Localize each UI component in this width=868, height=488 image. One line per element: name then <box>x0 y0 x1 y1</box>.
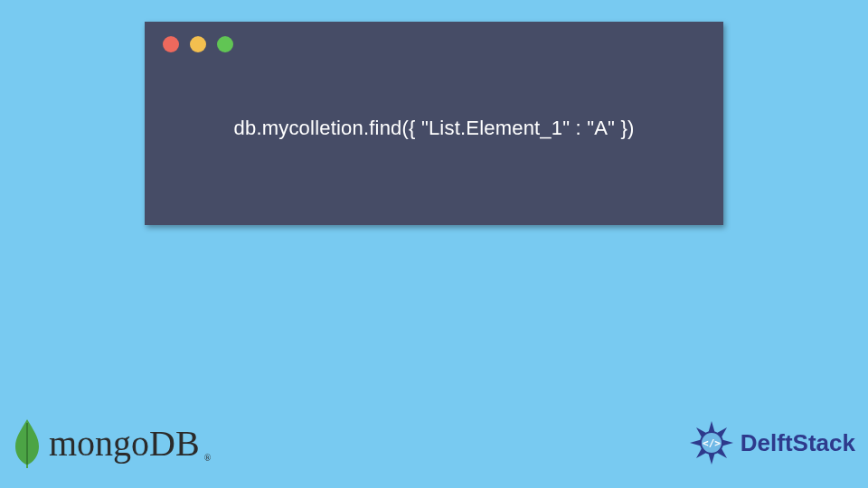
code-area: db.mycolletion.find({ "List.Element_1" :… <box>145 22 723 225</box>
mongodb-leaf-icon <box>13 418 42 468</box>
delftstack-badge-icon: </> <box>688 419 735 466</box>
mongodb-logo: mongoDB ® <box>13 418 211 468</box>
mongodb-registered-mark: ® <box>204 453 212 463</box>
code-line: db.mycolletion.find({ "List.Element_1" :… <box>234 117 635 140</box>
code-window: db.mycolletion.find({ "List.Element_1" :… <box>145 22 723 225</box>
delftstack-logo: </> DelftStack <box>688 419 855 466</box>
mongodb-wordmark: mongoDB <box>49 422 200 465</box>
svg-text:</>: </> <box>703 437 721 449</box>
delftstack-wordmark: DelftStack <box>741 429 855 457</box>
